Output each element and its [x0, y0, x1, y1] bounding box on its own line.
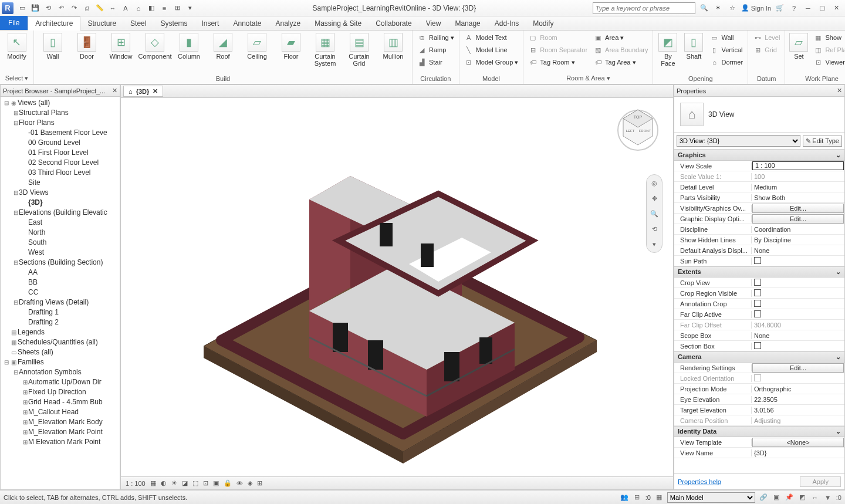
- minimize-icon[interactable]: ─: [803, 3, 813, 13]
- tree-fp-item[interactable]: -01 Basement Floor Leve: [1, 128, 120, 138]
- scale-control[interactable]: 1 : 100: [126, 480, 146, 487]
- sunpath-icon[interactable]: ☀: [171, 479, 177, 487]
- main-model-select[interactable]: Main Model: [667, 492, 755, 503]
- prop-detail-level[interactable]: Detail LevelMedium: [674, 182, 844, 192]
- modify-button[interactable]: ↖Modify: [2, 32, 31, 68]
- tab-addins[interactable]: Add-Ins: [488, 17, 526, 30]
- text-icon[interactable]: A: [120, 2, 131, 14]
- orbit-icon[interactable]: ⟲: [648, 223, 660, 235]
- section-icon[interactable]: ◧: [146, 2, 157, 14]
- select-face-icon[interactable]: ◩: [797, 493, 807, 502]
- tree-anno-item[interactable]: ⊞M_Elevation Mark Point: [1, 427, 120, 437]
- tree-floor-plans[interactable]: ⊟Floor Plans: [1, 118, 120, 128]
- model-text-button[interactable]: AModel Text: [462, 32, 521, 43]
- design-options-icon[interactable]: ▦: [654, 493, 664, 502]
- apply-button[interactable]: Apply: [800, 476, 841, 487]
- tree-fp-item[interactable]: Site: [1, 178, 120, 188]
- tree-fp-item[interactable]: 00 Ground Level: [1, 138, 120, 148]
- prop-sun-path[interactable]: Sun Path: [674, 256, 844, 266]
- tree-schedules[interactable]: ▦Schedules/Quantities (all): [1, 337, 120, 347]
- shadows-icon[interactable]: ◪: [182, 479, 188, 487]
- tree-views[interactable]: ⊟◉Views (all): [1, 98, 120, 108]
- prop-crop-view[interactable]: Crop View: [674, 278, 844, 288]
- view-instance-select[interactable]: 3D View: {3D}: [677, 135, 800, 147]
- roof-button[interactable]: ◢Roof: [207, 32, 239, 68]
- editable-icon[interactable]: ⊞: [633, 493, 642, 502]
- level-button[interactable]: ⊷Level: [751, 32, 782, 43]
- room-separator-button[interactable]: ⊟Room Separator: [526, 44, 590, 56]
- checkbox-icon[interactable]: [754, 279, 761, 286]
- tag-room-button[interactable]: 🏷Tag Room ▾: [526, 56, 590, 68]
- curtain-grid-button[interactable]: ▤Curtain Grid: [343, 32, 376, 68]
- comm-icon[interactable]: ✶: [713, 3, 724, 13]
- wall-button[interactable]: ▯Wall: [36, 32, 69, 68]
- tree-anno-item[interactable]: ⊞M Elevation Mark Point: [1, 437, 120, 447]
- tree-sections[interactable]: ⊟Sections (Building Section): [1, 258, 120, 268]
- prop-value[interactable]: 1 : 100: [752, 161, 844, 170]
- tree-elev-item[interactable]: West: [1, 248, 120, 258]
- properties-help-link[interactable]: Properties help: [678, 478, 721, 485]
- select-group-label[interactable]: Select ▾: [2, 73, 31, 84]
- temp-hide-icon[interactable]: 👁: [236, 480, 243, 487]
- prop-rendering[interactable]: Rendering SettingsEdit...: [674, 363, 844, 373]
- tab-systems[interactable]: Systems: [153, 17, 194, 30]
- opening-dormer-button[interactable]: ⌂Dormer: [707, 56, 745, 68]
- lock3d-icon[interactable]: 🔒: [224, 479, 232, 487]
- stair-button[interactable]: ▟Stair: [415, 56, 457, 68]
- railing-button[interactable]: ⧉Railing ▾: [415, 32, 457, 43]
- checkbox-icon[interactable]: [754, 289, 761, 296]
- tree-anno-item[interactable]: ⊞Fixed Up Direction: [1, 387, 120, 397]
- filter-icon[interactable]: ▼: [823, 493, 833, 502]
- expand-icon[interactable]: ▾: [648, 238, 660, 250]
- tree-families[interactable]: ⊟▣Families: [1, 357, 120, 367]
- prop-value[interactable]: By Discipline: [752, 236, 844, 243]
- project-browser-close-icon[interactable]: ✕: [112, 87, 117, 94]
- measure-icon[interactable]: 📏: [94, 2, 106, 14]
- tab-structure[interactable]: Structure: [80, 17, 123, 30]
- ceiling-button[interactable]: ▱Ceiling: [241, 32, 273, 68]
- prop-graphic-display[interactable]: Graphic Display Opti...Edit...: [674, 214, 844, 224]
- cat-identity[interactable]: Identity Data⌄: [674, 426, 844, 437]
- switch-win-icon[interactable]: ▾: [184, 2, 196, 14]
- tree-3d-views[interactable]: ⊟3D Views: [1, 188, 120, 198]
- drawing-canvas[interactable]: TOP LEFT FRONT ◎ ✥ 🔍 ⟲ ▾: [121, 98, 673, 476]
- tree-fp-item[interactable]: 03 Third Floor Level: [1, 168, 120, 178]
- open-icon[interactable]: ▭: [16, 2, 28, 14]
- set-workplane-button[interactable]: ▱Set: [787, 32, 810, 68]
- tree-anno-item[interactable]: ⊞M_Callout Head: [1, 407, 120, 417]
- cat-graphics[interactable]: Graphics⌄: [674, 150, 844, 161]
- prop-value[interactable]: Show Both: [752, 194, 844, 201]
- checkbox-icon[interactable]: [754, 257, 761, 264]
- crop-region-icon[interactable]: ▣: [213, 479, 219, 487]
- floor-button[interactable]: ▰Floor: [275, 32, 307, 68]
- prop-value[interactable]: Coordination: [752, 226, 844, 233]
- constraints-icon[interactable]: ⊞: [257, 479, 262, 487]
- tree-sheets[interactable]: ▭Sheets (all): [1, 347, 120, 357]
- component-button[interactable]: ◇Component: [138, 32, 171, 68]
- shaft-button[interactable]: ▯Shaft: [681, 32, 706, 68]
- tree-annotation-symbols[interactable]: ⊟Annotation Symbols: [1, 367, 120, 377]
- detail-level-icon[interactable]: ▦: [150, 479, 156, 487]
- opening-vertical-button[interactable]: ▯Vertical: [707, 44, 745, 56]
- prop-value[interactable]: Edit...: [752, 204, 844, 213]
- project-browser-tree[interactable]: ⊟◉Views (all) ⊞Structural Plans ⊟Floor P…: [1, 97, 120, 489]
- tree-legends[interactable]: ▤Legends: [1, 327, 120, 337]
- zoom-icon[interactable]: 🔍: [648, 208, 660, 219]
- tab-steel[interactable]: Steel: [123, 17, 153, 30]
- tab-view[interactable]: View: [419, 17, 448, 30]
- prop-value[interactable]: Medium: [752, 184, 844, 191]
- tab-massing[interactable]: Massing & Site: [307, 17, 369, 30]
- prop-view-scale[interactable]: View Scale1 : 100: [674, 161, 844, 171]
- tree-anno-item[interactable]: ⊞M_Elevation Mark Body: [1, 417, 120, 427]
- tab-insert[interactable]: Insert: [194, 17, 226, 30]
- prop-discipline[interactable]: DisciplineCoordination: [674, 224, 844, 235]
- opening-wall-button[interactable]: ▭Wall: [707, 32, 745, 43]
- close-icon[interactable]: ✕: [831, 3, 841, 13]
- prop-value[interactable]: {3D}: [752, 449, 844, 456]
- print-icon[interactable]: ⎙: [81, 2, 93, 14]
- tab-modify[interactable]: Modify: [526, 17, 560, 30]
- reveal-icon[interactable]: ◈: [248, 479, 252, 487]
- mullion-button[interactable]: ▥Mullion: [377, 32, 410, 68]
- prop-value[interactable]: 3.0156: [752, 407, 844, 414]
- favorite-icon[interactable]: ☆: [727, 3, 738, 13]
